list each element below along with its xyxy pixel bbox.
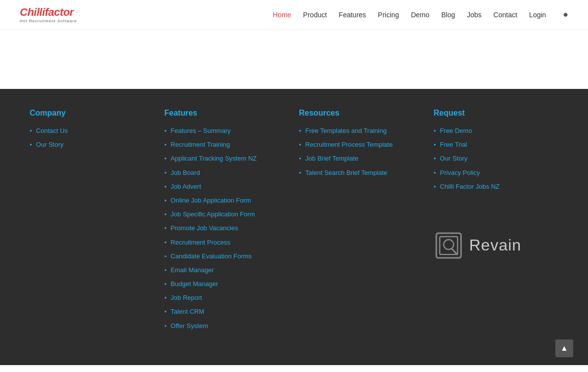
resources-talent-search-brief[interactable]: Talent Search Brief Template: [305, 168, 387, 177]
scroll-to-top-button[interactable]: ▲: [555, 339, 573, 357]
features-candidate-eval[interactable]: Candidate Evaluation Forms: [170, 252, 252, 261]
request-privacy-policy[interactable]: Privacy Policy: [440, 168, 480, 177]
footer-col-company: Company Contact Us Our Story: [30, 109, 155, 335]
list-item: Applicant Tracking System NZ: [165, 154, 290, 163]
list-item: Recruitment Process: [165, 238, 290, 247]
footer-company-title: Company: [30, 109, 155, 118]
revain-text: Revain: [469, 236, 522, 254]
resources-free-templates[interactable]: Free Templates and Training: [305, 126, 387, 135]
footer-features-title: Features: [165, 109, 290, 118]
features-recruitment-process[interactable]: Recruitment Process: [170, 238, 230, 247]
features-email-manager[interactable]: Email Manager: [170, 266, 213, 275]
list-item: Free Trial: [434, 140, 559, 149]
nav-product[interactable]: Product: [303, 11, 327, 19]
revain-icon: [434, 231, 463, 260]
list-item: Online Job Application Form: [165, 196, 290, 205]
list-item: Offer System: [165, 322, 290, 331]
list-item: Our Story: [30, 140, 155, 149]
list-item: Job Board: [165, 168, 290, 177]
list-item: Chilli Factor Jobs NZ: [434, 182, 559, 191]
footer-resources-list: Free Templates and Training Recruitment …: [299, 126, 424, 177]
features-summary[interactable]: Features – Summary: [170, 126, 230, 135]
list-item: Features – Summary: [165, 126, 290, 135]
list-item: Talent Search Brief Template: [299, 168, 424, 177]
logo[interactable]: Chillifactor Hot Recruitment Software: [20, 6, 77, 23]
nav-features[interactable]: Features: [339, 11, 366, 19]
logo-tagline: Hot Recruitment Software: [20, 19, 77, 23]
chevron-up-icon: ▲: [560, 344, 568, 353]
features-online-job-application[interactable]: Online Job Application Form: [170, 196, 251, 205]
footer-features-list: Features – Summary Recruitment Training …: [165, 126, 290, 331]
resources-recruitment-process-template[interactable]: Recruitment Process Template: [305, 140, 393, 149]
footer-grid: Company Contact Us Our Story Features Fe…: [30, 109, 558, 335]
features-recruitment-training[interactable]: Recruitment Training: [170, 140, 230, 149]
request-our-story[interactable]: Our Story: [440, 154, 467, 163]
logo-brand: Chillifactor: [20, 6, 77, 19]
list-item: Free Demo: [434, 126, 559, 135]
resources-job-brief-template[interactable]: Job Brief Template: [305, 154, 358, 163]
list-item: Job Report: [165, 293, 290, 302]
list-item: Job Brief Template: [299, 154, 424, 163]
nav-home[interactable]: Home: [273, 11, 291, 19]
list-item: Budget Manager: [165, 280, 290, 289]
list-item: Privacy Policy: [434, 168, 559, 177]
nav-login[interactable]: Login: [529, 11, 546, 19]
features-job-advert[interactable]: Job Advert: [170, 182, 201, 191]
features-job-report[interactable]: Job Report: [170, 293, 202, 302]
list-item: Email Manager: [165, 266, 290, 275]
list-item: Talent CRM: [165, 307, 290, 316]
company-contact-us[interactable]: Contact Us: [36, 126, 68, 135]
revain-logo-area: Revain: [434, 231, 559, 260]
footer: Company Contact Us Our Story Features Fe…: [0, 89, 588, 365]
nav-jobs[interactable]: Jobs: [467, 11, 482, 19]
list-item: Free Templates and Training: [299, 126, 424, 135]
features-ats-nz[interactable]: Applicant Tracking System NZ: [170, 154, 256, 163]
footer-col-features: Features Features – Summary Recruitment …: [165, 109, 290, 335]
nav-contact[interactable]: Contact: [494, 11, 517, 19]
features-budget-manager[interactable]: Budget Manager: [170, 280, 218, 289]
features-offer-system[interactable]: Offer System: [170, 322, 208, 331]
footer-col-resources: Resources Free Templates and Training Re…: [299, 109, 424, 335]
nav-links: Home Product Features Pricing Demo Blog …: [273, 9, 568, 20]
footer-col-request: Request Free Demo Free Trial Our Story P…: [434, 109, 559, 335]
features-talent-crm[interactable]: Talent CRM: [170, 307, 204, 316]
features-promote-vacancies[interactable]: Promote Job Vacancies: [170, 224, 238, 233]
list-item: Job Specific Application Form: [165, 210, 290, 219]
list-item: Candidate Evaluation Forms: [165, 252, 290, 261]
footer-company-list: Contact Us Our Story: [30, 126, 155, 149]
list-item: Job Advert: [165, 182, 290, 191]
features-job-specific-application[interactable]: Job Specific Application Form: [170, 210, 255, 219]
footer-request-list: Free Demo Free Trial Our Story Privacy P…: [434, 126, 559, 191]
list-item: Recruitment Training: [165, 140, 290, 149]
hero-area: [0, 30, 588, 89]
features-job-board[interactable]: Job Board: [170, 168, 200, 177]
list-item: Promote Job Vacancies: [165, 224, 290, 233]
svg-rect-0: [434, 231, 463, 260]
request-free-demo[interactable]: Free Demo: [440, 126, 472, 135]
nav-pricing[interactable]: Pricing: [378, 11, 399, 19]
request-free-trial[interactable]: Free Trial: [440, 140, 467, 149]
list-item: Recruitment Process Template: [299, 140, 424, 149]
navbar: Chillifactor Hot Recruitment Software Ho…: [0, 0, 588, 30]
footer-request-title: Request: [434, 109, 559, 118]
nav-blog[interactable]: Blog: [441, 11, 455, 19]
search-icon[interactable]: ●: [563, 9, 568, 20]
list-item: Our Story: [434, 154, 559, 163]
svg-line-4: [452, 248, 457, 254]
list-item: Contact Us: [30, 126, 155, 135]
nav-demo[interactable]: Demo: [411, 11, 429, 19]
company-our-story[interactable]: Our Story: [36, 140, 64, 149]
footer-resources-title: Resources: [299, 109, 424, 118]
request-chilli-factor-jobs[interactable]: Chilli Factor Jobs NZ: [440, 182, 500, 191]
